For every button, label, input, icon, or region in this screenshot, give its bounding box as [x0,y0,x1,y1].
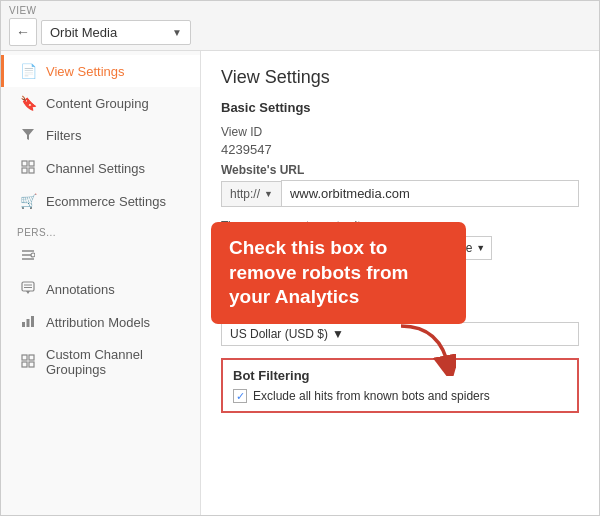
svg-rect-9 [22,282,34,291]
top-bar: VIEW ← Orbit Media ▼ [1,1,599,51]
url-prefix-arrow: ▼ [264,189,273,199]
sidebar-item-label-filters: Filters [46,128,81,143]
svg-rect-3 [22,168,27,173]
svg-marker-0 [22,129,34,140]
sidebar-item-attribution-models[interactable]: Attribution Models [1,306,200,339]
view-id-label: View ID [221,125,579,139]
svg-point-8 [31,253,35,257]
url-input[interactable]: www.orbitmedia.com [281,180,579,207]
svg-rect-4 [29,168,34,173]
sidebar-item-ecommerce-settings[interactable]: 🛒 Ecommerce Settings [1,185,200,217]
callout-box: Check this box to remove robots from you… [211,222,466,324]
bot-filtering-checkbox-row: ✓ Exclude all hits from known bots and s… [233,389,567,403]
svg-rect-19 [29,362,34,367]
basic-settings-label: Basic Settings [221,100,579,115]
view-label: VIEW [9,5,37,16]
url-prefix-select[interactable]: http:// ▼ [221,181,281,207]
svg-rect-14 [27,319,30,327]
url-input-row: http:// ▼ www.orbitmedia.com [221,180,579,207]
callout-arrow-svg [391,321,456,376]
channel-settings-icon [20,160,36,177]
sidebar-item-label-custom-channel-groupings: Custom Channel Groupings [46,347,184,377]
bot-filtering-checkbox[interactable]: ✓ [233,389,247,403]
timezone-time-arrow: ▼ [476,243,485,253]
svg-rect-2 [29,161,34,166]
content-grouping-icon: 🔖 [20,95,36,111]
filters-icon [20,127,36,144]
main-layout: 📄 View Settings 🔖 Content Grouping Filte… [1,51,599,515]
back-button[interactable]: ← [9,18,37,46]
annotations-icon [20,281,36,298]
view-select-row: ← Orbit Media ▼ [9,18,191,46]
ecommerce-settings-icon: 🛒 [20,193,36,209]
sidebar-item-filters[interactable]: Filters [1,119,200,152]
sidebar-item-view-settings[interactable]: 📄 View Settings [1,55,200,87]
view-id-value: 4239547 [221,142,579,157]
bot-filtering-checkbox-label: Exclude all hits from known bots and spi… [253,389,490,403]
sidebar-item-label-ecommerce-settings: Ecommerce Settings [46,194,166,209]
svg-rect-13 [22,322,25,327]
app-container: VIEW ← Orbit Media ▼ 📄 View Settings 🔖 C… [1,1,599,515]
sidebar-item-label-annotations: Annotations [46,282,115,297]
svg-rect-1 [22,161,27,166]
attribution-models-icon [20,314,36,331]
currency-arrow: ▼ [332,327,344,341]
sidebar-item-personal-tools[interactable] [1,240,200,273]
content-area: View Settings Basic Settings View ID 423… [201,51,599,515]
website-url-label: Website's URL [221,163,579,177]
view-settings-icon: 📄 [20,63,36,79]
sidebar-item-content-grouping[interactable]: 🔖 Content Grouping [1,87,200,119]
sidebar: 📄 View Settings 🔖 Content Grouping Filte… [1,51,201,515]
url-prefix-value: http:// [230,187,260,201]
custom-channel-groupings-icon [20,354,36,371]
svg-rect-17 [29,355,34,360]
pers-section-label: PERS... [1,217,200,240]
sidebar-item-custom-channel-groupings[interactable]: Custom Channel Groupings [1,339,200,385]
sidebar-item-label-view-settings: View Settings [46,64,125,79]
callout-text: Check this box to remove robots from you… [229,237,408,307]
sidebar-item-channel-settings[interactable]: Channel Settings [1,152,200,185]
page-title: View Settings [221,67,579,88]
sidebar-item-label-attribution-models: Attribution Models [46,315,150,330]
personal-tools-icon [20,248,36,265]
sidebar-item-label-content-grouping: Content Grouping [46,96,149,111]
svg-rect-16 [22,355,27,360]
view-select[interactable]: Orbit Media ▼ [41,20,191,45]
svg-rect-18 [22,362,27,367]
overlay-wrapper: View Settings Basic Settings View ID 423… [221,67,579,413]
svg-marker-12 [26,291,30,294]
view-select-value: Orbit Media [50,25,117,40]
callout-container: Check this box to remove robots from you… [211,222,466,324]
svg-rect-15 [31,316,34,327]
view-select-arrow: ▼ [172,27,182,38]
currency-value: US Dollar (USD $) [230,327,328,341]
sidebar-item-label-channel-settings: Channel Settings [46,161,145,176]
sidebar-item-annotations[interactable]: Annotations [1,273,200,306]
